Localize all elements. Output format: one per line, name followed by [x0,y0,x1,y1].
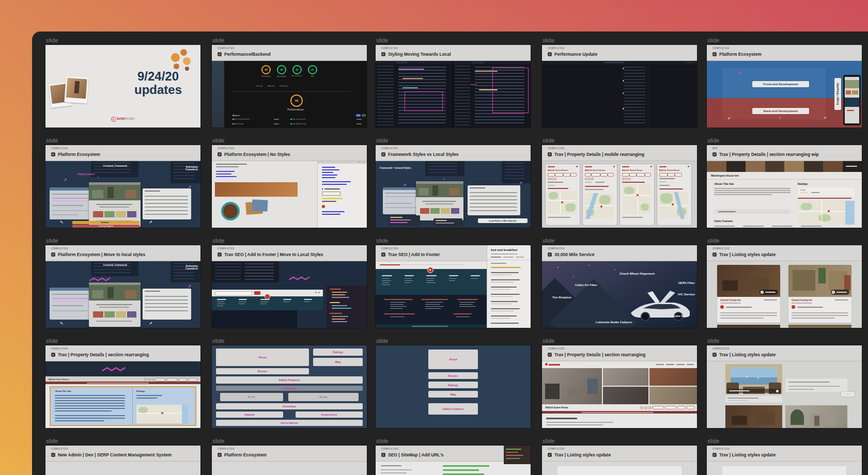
frame-label[interactable]: slide [376,137,389,144]
slide-cell: slide COMPLETED ✓ Platform Ecosystem Fro… [45,145,200,228]
score-ring: 98 [277,65,286,74]
frame-label[interactable]: slide [46,137,58,144]
slide-frame-listing-styles-2[interactable]: COMPLETED ✓ Trav | Listing styles update [707,345,862,428]
slide-frame-mile-service[interactable]: COMPLETED ✓ 30,000 Mile Service Check Wh… [542,245,697,328]
slide-header: COMPLETED ✓ Trav | Property Details | mo… [542,145,697,161]
browser-mockup [89,282,141,327]
slide-frame-section-rearranging[interactable]: COMPLETED ✓ Trav | Property Details | se… [45,345,200,428]
checkbox-icon[interactable]: ✓ [712,353,717,357]
frame-label[interactable]: slide [212,438,225,444]
checkbox-icon[interactable]: ✓ [548,52,552,56]
checkbox-icon[interactable]: ✓ [218,152,222,156]
slide-frame-footer-local-styles[interactable]: COMPLETED ✓ Trav SEO | Add to Footer | M… [212,245,367,328]
frame-label[interactable]: slide [707,338,720,344]
status-label: COMPLETED [218,248,367,250]
checkbox-icon[interactable]: ✓ [51,252,55,257]
frame-label[interactable]: slide [707,438,720,444]
slide-frame-styling-local[interactable]: COMPLETED ✓ Styling Moving Towards Local [376,45,531,128]
checkbox-icon[interactable]: ✓ [51,353,55,357]
slide-cell: slide COMPLETED ✓ Trav | Property Detail… [542,345,697,428]
checkbox-icon[interactable]: ✓ [51,453,55,457]
checkbox-icon[interactable]: ✓ [712,453,717,457]
slide-frame-listing-styles-3[interactable]: COMPLETED ✓ Trav | Listing styles update [542,446,697,475]
frame-label[interactable]: slide [542,37,555,43]
slide-frame-title-card[interactable]: 9/24/20 updates b bnbfinder [45,45,200,128]
slide-header: COMPLETED ✓ Trav SEO | Add to Footer | M… [212,245,367,261]
checkbox-icon[interactable]: ✓ [712,152,717,156]
frame-label[interactable]: slide [212,37,225,43]
slide-frame-platform-ecosystem-2[interactable]: COMPLETED ✓ Platform Ecosystem [212,446,367,475]
wireframe-box-ratings: Ratings [313,349,363,356]
slide-header: COMPLETED ✓ Performance/Backend [212,45,367,61]
frame-label[interactable]: slide [212,338,225,344]
slide-cell: slide COMPLETED ✓ Styling Moving Towards… [376,45,531,128]
checkbox-icon[interactable]: ✓ [548,152,552,156]
slide-frame-no-styles[interactable]: COMPLETED ✓ Platform Ecosystem | No Styl… [212,145,367,228]
frame-label[interactable]: slide [542,438,555,444]
wireframe-box-safety: Safety Features [216,376,363,384]
slide-frame-sitemap-urls[interactable]: COMPLETED ✓ SEO | SiteMap | Add URL's [376,446,531,475]
status-label: COMPLETED [218,148,367,150]
metrics-toggle[interactable] [356,114,361,117]
slide-frame-platform-ecosystem[interactable]: COMPLETED ✓ Platform Ecosystem Frontend_… [45,145,200,228]
slide-frame-serp-cms[interactable]: COMPLETED ✓ New Admin | Dev | SERP Conte… [45,446,200,475]
checkbox-icon[interactable]: ✓ [218,453,222,457]
slide-frame-performance-backend[interactable]: COMPLETED ✓ Performance/Backend 68 98 92… [212,45,367,128]
slide-frame-wireframe-mobile[interactable]: About Rooms Ratings Map Safety Features [376,345,531,428]
slide-frame-wireframe-grid[interactable]: About Ratings Map Rooms Safety Features … [212,345,367,428]
checkbox-icon[interactable]: ✓ [381,453,385,457]
frame-label[interactable]: slide [707,237,720,244]
slide-title: Platform Ecosystem [719,52,762,57]
slide-frame-mobile-rearranging[interactable]: COMPLETED ✓ Trav | Property Details | mo… [542,145,697,228]
slide-frame-performance-update[interactable]: COMPLETED ✓ Performance Update [542,45,697,128]
frame-label[interactable]: slide [707,137,720,144]
frame-label[interactable]: slide [212,137,225,144]
bnbfinder-logo-icon [545,363,548,366]
checkbox-icon[interactable]: ✓ [548,453,552,457]
frame-label[interactable]: slide [376,338,389,344]
slide-frame-move-local-styles[interactable]: COMPLETED ✓ Platform Ecosystem | Move to… [45,245,200,328]
frame-label[interactable]: slide [46,438,58,444]
listing-title: Carmel County Inn [792,299,812,302]
slide-frame-listing-styles-4[interactable]: COMPLETED ✓ Trav | Listing styles update [707,446,862,475]
frame-label[interactable]: slide [46,237,58,244]
checkbox-icon[interactable]: ✓ [548,353,552,357]
checkbox-icon[interactable]: ✓ [712,252,717,257]
frame-label[interactable]: slide [542,338,555,344]
checkbox-icon[interactable]: ✓ [381,152,385,156]
score-legend: 0-49 50-89 90-100 [256,85,288,87]
slide-frame-listing-styles[interactable]: COMPLETED ✓ Trav | Listing styles update… [707,245,862,328]
bnbfinder-logo-icon: b [111,117,116,122]
slide-frame-section-rearranging-2[interactable]: COMPLETED ✓ Trav | Property Details | se… [542,345,697,428]
frame-label[interactable]: slide [376,438,389,444]
checkbox-icon[interactable]: ✓ [381,252,385,257]
checkbox-icon[interactable]: ✓ [381,52,385,56]
checkbox-icon[interactable]: ✓ [548,252,552,257]
slide-frame-framework-vs-local[interactable]: COMPLETED ✓ Framework Styles vs Local St… [376,145,531,228]
status-label: COMPLETED [548,248,697,250]
slide-frame-section-rearranging-wip[interactable]: WIP ✓ Trav | Property Details | section … [707,145,862,228]
frame-label[interactable]: slide [46,37,58,43]
metrics-toggle[interactable] [362,114,366,117]
frame-label[interactable]: slide [707,37,720,43]
unstyled-input [322,192,340,196]
frame-label[interactable]: slide [376,237,389,244]
slide-frame-platform-ecosystem[interactable]: COMPLETED ✓ Platform Ecosystem ↗ ↕ ↙ ↗ F… [707,45,862,128]
photo-thumb [603,387,648,404]
slide-cell: slide COMPLETED ✓ Platform Ecosystem ↗ ↕… [707,45,862,128]
hero-photo [215,182,298,197]
frame-label[interactable]: slide [542,137,555,144]
frame-label[interactable]: slide [542,237,555,244]
frame-label[interactable]: slide [212,237,225,244]
checkbox-icon[interactable]: ✓ [218,52,222,56]
slide-frame-add-to-footer[interactable]: COMPLETED ✓ Trav SEO | Add to Footer bed… [376,245,531,328]
slide-title: Trav | Listing styles update [719,252,776,257]
checkbox-icon[interactable]: ✓ [51,152,55,156]
frame-label[interactable]: slide [46,338,58,344]
editor-screenshot [542,60,697,128]
frame-label[interactable]: slide [376,37,389,43]
slide-title: Trav | Property Details | section rearra… [719,152,819,157]
checkbox-icon[interactable]: ✓ [712,52,717,56]
checkbox-icon[interactable]: ✓ [218,252,222,257]
status-label: COMPLETED [51,448,200,451]
